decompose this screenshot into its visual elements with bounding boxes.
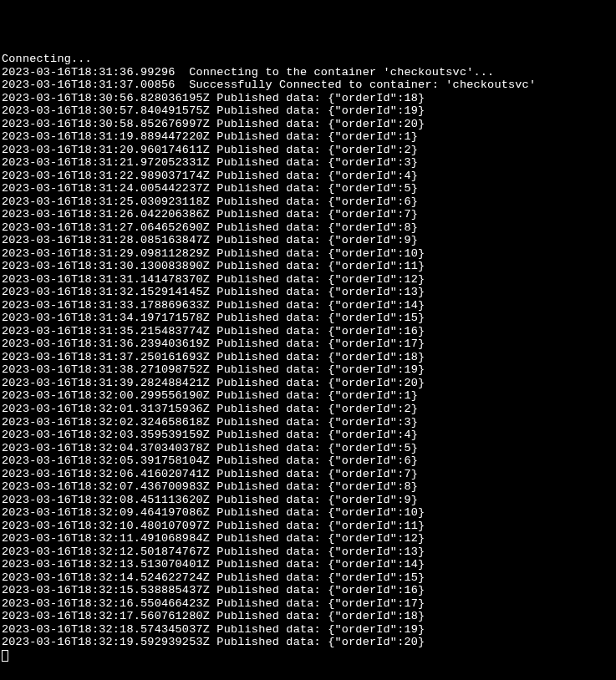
log-line: 2023-03-16T18:31:27.064652690Z Published…	[2, 221, 614, 235]
log-line: 2023-03-16T18:32:14.524622724Z Published…	[2, 571, 614, 585]
log-line: 2023-03-16T18:30:57.840491575Z Published…	[2, 104, 614, 118]
log-lines-container: 2023-03-16T18:30:56.828036195Z Published…	[2, 92, 614, 649]
log-line: 2023-03-16T18:32:16.550466423Z Published…	[2, 597, 614, 611]
terminal-cursor-icon	[2, 650, 8, 662]
log-line: 2023-03-16T18:32:12.501874767Z Published…	[2, 546, 614, 559]
log-line: 2023-03-16T18:31:22.989037174Z Published…	[2, 170, 614, 183]
log-line: 2023-03-16T18:31:20.960174611Z Published…	[2, 144, 614, 157]
connecting-status: Connecting...	[2, 53, 614, 66]
log-line: 2023-03-16T18:30:58.852676997Z Published…	[2, 118, 614, 131]
log-line: 2023-03-16T18:31:32.152914145Z Published…	[2, 286, 614, 299]
terminal-output[interactable]: Connecting...2023-03-16T18:31:36.99296 C…	[2, 53, 614, 662]
log-line: 2023-03-16T18:32:00.299556190Z Published…	[2, 389, 614, 403]
log-line: 2023-03-16T18:31:34.197171578Z Published…	[2, 312, 614, 325]
log-line: 2023-03-16T18:31:24.005442237Z Published…	[2, 182, 614, 195]
log-line: 2023-03-16T18:31:25.030923118Z Published…	[2, 195, 614, 209]
log-line: 2023-03-16T18:32:05.391758104Z Published…	[2, 454, 614, 468]
log-line: 2023-03-16T18:32:07.436700983Z Published…	[2, 480, 614, 494]
log-line: 2023-03-16T18:31:33.178869633Z Published…	[2, 299, 614, 312]
log-line: 2023-03-16T18:31:36.239403619Z Published…	[2, 337, 614, 351]
log-line: 2023-03-16T18:31:29.098112829Z Published…	[2, 247, 614, 261]
log-line: 2023-03-16T18:31:31.141478370Z Published…	[2, 273, 614, 287]
log-line: 2023-03-16T18:32:09.464197086Z Published…	[2, 506, 614, 520]
log-line: 2023-03-16T18:31:28.085163847Z Published…	[2, 234, 614, 247]
log-line: 2023-03-16T18:32:06.416020741Z Published…	[2, 468, 614, 481]
log-line: 2023-03-16T18:32:13.513070401Z Published…	[2, 558, 614, 571]
log-line: 2023-03-16T18:32:02.324658618Z Published…	[2, 416, 614, 429]
log-line: 2023-03-16T18:32:18.574345037Z Published…	[2, 623, 614, 637]
log-line: 2023-03-16T18:32:19.592939253Z Published…	[2, 636, 614, 649]
log-line: 2023-03-16T18:32:11.491068984Z Published…	[2, 532, 614, 546]
log-line: 2023-03-16T18:31:39.282488421Z Published…	[2, 377, 614, 390]
log-line: 2023-03-16T18:32:08.451113620Z Published…	[2, 494, 614, 507]
log-line: 2023-03-16T18:31:21.972052331Z Published…	[2, 156, 614, 170]
log-line: 2023-03-16T18:31:35.215483774Z Published…	[2, 325, 614, 338]
log-line: 2023-03-16T18:32:01.313715936Z Published…	[2, 403, 614, 416]
log-line: 2023-03-16T18:32:10.480107097Z Published…	[2, 520, 614, 533]
log-line: 2023-03-16T18:31:19.889447220Z Published…	[2, 130, 614, 144]
log-line: 2023-03-16T18:32:04.370340378Z Published…	[2, 442, 614, 455]
log-line: 2023-03-16T18:30:56.828036195Z Published…	[2, 92, 614, 105]
log-line: 2023-03-16T18:32:03.359539159Z Published…	[2, 429, 614, 442]
log-line: 2023-03-16T18:32:15.538885437Z Published…	[2, 584, 614, 597]
log-line: 2023-03-16T18:31:30.130083890Z Published…	[2, 260, 614, 273]
log-line: 2023-03-16T18:31:37.250161693Z Published…	[2, 351, 614, 364]
log-line: 2023-03-16T18:31:38.271098752Z Published…	[2, 363, 614, 377]
log-line: 2023-03-16T18:31:26.042206386Z Published…	[2, 208, 614, 221]
connect-line: 2023-03-16T18:31:36.99296 Connecting to …	[2, 66, 614, 79]
log-line: 2023-03-16T18:32:17.560761280Z Published…	[2, 610, 614, 623]
success-line: 2023-03-16T18:31:37.00856 Successfully C…	[2, 79, 614, 92]
